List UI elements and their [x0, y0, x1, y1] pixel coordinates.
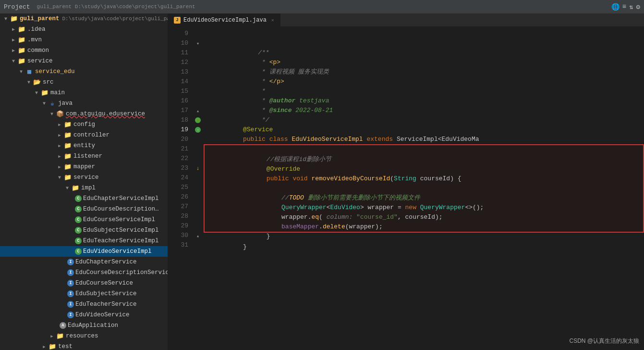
gutter-24 — [192, 173, 204, 183]
ln-10: 10 — [168, 38, 188, 48]
sidebar-item-EduCourseService-iface[interactable]: I EduCourseService — [0, 278, 168, 288]
list-icon[interactable]: ≡ — [622, 3, 626, 11]
ln-28: 28 — [168, 212, 188, 221]
sidebar-item-EduCourseDescriptionService-iface[interactable]: I EduCourseDescriptionService — [0, 267, 168, 278]
sidebar-item-idea[interactable]: ▶ 📁 .idea — [0, 24, 168, 35]
package-label: com.atguigu.eduservice — [66, 111, 166, 117]
sort-icon[interactable]: ⇅ — [629, 3, 633, 11]
EduCourseServiceImpl-label: EduCourseServiceImpl — [83, 216, 166, 223]
folder-icon: 📁 — [63, 142, 72, 150]
tab-bar: J EduVideoServiceImpl.java ✕ — [168, 13, 644, 27]
gutter-30[interactable]: ▴ — [192, 231, 204, 240]
folder-icon: 📁 — [17, 36, 26, 44]
sidebar-item-impl[interactable]: ▼ 📁 impl — [0, 183, 168, 193]
interface-icon: I — [67, 301, 74, 308]
sidebar-item-service-folder[interactable]: ▼ 📁 service — [0, 172, 168, 183]
sidebar-item-src[interactable]: ▼ 📂 src — [0, 77, 168, 88]
package-icon: 📦 — [56, 110, 64, 118]
listener-label: listener — [73, 153, 166, 160]
code-line-25: //TODO 删除小节前需要先删除小节下的视频文件 — [205, 184, 643, 193]
ln-27: 27 — [168, 202, 188, 212]
impl-label: impl — [81, 185, 166, 191]
sidebar-item-EduChapterServiceImpl[interactable]: C EduChapterServiceImpl — [0, 193, 168, 204]
sidebar-item-EduTeacherServiceImpl[interactable]: C EduTeacherServiceImpl — [0, 236, 168, 246]
gutter-21 — [192, 144, 204, 154]
interface-icon: I — [67, 269, 74, 276]
class-icon: C — [75, 195, 82, 202]
folder-icon: 📁 — [63, 163, 72, 171]
sidebar-item-package[interactable]: ▼ 📦 com.atguigu.eduservice — [0, 109, 168, 119]
sidebar: ▼ 📁 guli_parent D:\study\java\code\proje… — [0, 13, 168, 350]
gutter-20 — [192, 135, 204, 144]
gear-icon[interactable]: ⚙ — [636, 3, 640, 11]
gutter-10[interactable]: ▾ — [192, 38, 204, 48]
common-label: common — [27, 47, 166, 54]
gutter-27 — [192, 202, 204, 212]
sidebar-item-mvn[interactable]: ▶ 📁 .mvn — [0, 35, 168, 45]
class-icon: C — [75, 248, 82, 255]
tab-close-button[interactable]: ✕ — [271, 17, 274, 23]
sidebar-item-common[interactable]: ▶ 📁 common — [0, 45, 168, 56]
ln-13: 13 — [168, 67, 188, 77]
ln-29: 29 — [168, 221, 188, 231]
code-content[interactable]: /** * <p> * 课程视频 服务实现类 * </p> * * @ — [204, 27, 644, 350]
EduChapterService-label: EduChapterService — [75, 259, 166, 265]
sidebar-item-EduTeacherService-iface[interactable]: I EduTeacherService — [0, 299, 168, 310]
sidebar-item-mapper[interactable]: ▶ 📁 mapper — [0, 162, 168, 172]
tab-EduVideoServiceImpl[interactable]: J EduVideoServiceImpl.java ✕ — [168, 13, 280, 27]
sidebar-item-EduCourseServiceImpl[interactable]: C EduCourseServiceImpl — [0, 214, 168, 225]
main-area: ▼ 📁 guli_parent D:\study\java\code\proje… — [0, 13, 644, 350]
sidebar-item-EduApplication[interactable]: A EduApplication — [0, 320, 168, 331]
project-label[interactable]: Project — [4, 3, 30, 11]
gutter-17[interactable]: ▴ — [192, 106, 204, 115]
gutter-26 — [192, 192, 204, 202]
gutter-25 — [192, 183, 204, 192]
watermark: CSDN @认真生活的灰太狼 — [569, 337, 639, 345]
sidebar-item-config[interactable]: ▶ 📁 config — [0, 119, 168, 130]
sidebar-item-resources[interactable]: ▶ 📁 resources — [0, 331, 168, 341]
sidebar-item-guli_parent[interactable]: ▼ 📁 guli_parent D:\study\java\code\proje… — [0, 13, 168, 24]
sidebar-item-EduCourseDescriptionService[interactable]: C EduCourseDescriptionService — [0, 204, 168, 214]
app-icon: A — [60, 322, 66, 329]
sidebar-item-entity[interactable]: ▶ 📁 entity — [0, 140, 168, 151]
sidebar-item-test[interactable]: ▶ 📁 test — [0, 341, 168, 350]
leaf-green-icon: 🌿 — [194, 116, 202, 124]
gutter-23[interactable]: ↓ — [192, 163, 204, 173]
folder-icon: 📁 — [63, 174, 72, 181]
folder-icon: 📁 — [63, 152, 72, 160]
code-line-21: //根据课程id删除小节 — [205, 145, 643, 155]
gutter-12 — [192, 58, 204, 67]
sidebar-item-listener[interactable]: ▶ 📁 listener — [0, 151, 168, 162]
sidebar-item-controller[interactable]: ▶ 📁 controller — [0, 130, 168, 140]
sidebar-item-service[interactable]: ▼ 📁 service — [0, 56, 168, 66]
gutter-11 — [192, 48, 204, 58]
gutter: ▾ ▴ 🌿 ↑ — [192, 27, 204, 350]
sidebar-item-EduVideoService-iface[interactable]: I EduVideoService — [0, 310, 168, 320]
interface-icon: I — [67, 259, 74, 265]
code-line-15: * @author testjava — [204, 87, 644, 96]
folder-icon: 📁 — [63, 121, 72, 128]
ln-18: 18 — [168, 115, 188, 125]
sidebar-item-main[interactable]: ▼ 📁 main — [0, 88, 168, 98]
sidebar-item-EduVideoServiceImpl[interactable]: C EduVideoServiceImpl — [0, 246, 168, 257]
svg-text:🌿: 🌿 — [195, 118, 200, 123]
globe-icon[interactable]: 🌐 — [611, 3, 620, 11]
EduCourseDescriptionService-label: EduCourseDescriptionService — [83, 206, 160, 212]
ln-9: 9 — [168, 29, 188, 38]
sidebar-item-service_edu[interactable]: ▼ ▦ service_edu — [0, 66, 168, 77]
sidebar-item-EduChapterService-iface[interactable]: I EduChapterService — [0, 257, 168, 267]
gutter-31 — [192, 240, 204, 250]
gutter-14 — [192, 77, 204, 87]
entity-label: entity — [73, 142, 166, 149]
project-icon: 📁 — [10, 15, 18, 23]
interface-icon: I — [67, 280, 74, 287]
EduVideoService-label: EduVideoService — [75, 312, 166, 318]
src-folder-icon: 📂 — [33, 78, 41, 86]
ln-15: 15 — [168, 87, 188, 96]
sidebar-item-EduSubjectServiceImpl[interactable]: C EduSubjectServiceImpl — [0, 225, 168, 236]
sidebar-item-EduSubjectService-iface[interactable]: I EduSubjectService — [0, 288, 168, 299]
ln-12: 12 — [168, 58, 188, 67]
src-label: src — [43, 79, 166, 86]
ln-24: 24 — [168, 173, 188, 183]
sidebar-item-java[interactable]: ▼ ☕ java — [0, 98, 168, 109]
